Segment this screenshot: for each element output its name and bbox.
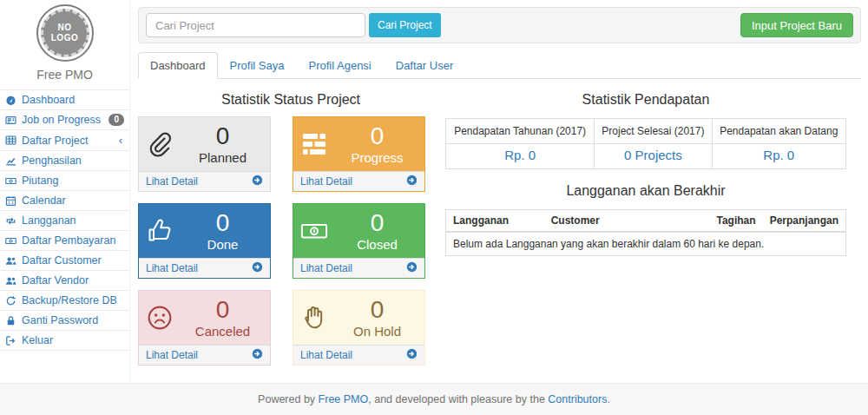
progress-label: Progress xyxy=(337,150,418,165)
money-icon xyxy=(300,217,337,245)
sidebar-item-label: Langganan xyxy=(22,214,124,227)
status-card-done: 0 Done Lihat Detail xyxy=(138,203,271,279)
canceled-count: 0 xyxy=(182,297,263,322)
sidebar-item-daftar-pembayaran[interactable]: Daftar Pembayaran xyxy=(0,231,129,251)
income-stat-value: 0 Projects xyxy=(595,144,712,169)
sidebar-item-backup-restore-db[interactable]: Backup/Restore DB xyxy=(0,291,129,311)
income-section-title: Statistik Pendapatan xyxy=(445,83,846,116)
income-stat-label: Project Selesai (2017) xyxy=(595,119,712,144)
status-card-closed: 0 Closed Lihat Detail xyxy=(293,203,425,279)
on-hold-label: On Hold xyxy=(337,324,418,339)
sidebar-item-label: Piutang xyxy=(22,175,124,187)
sidebar-item-label: Ganti Password xyxy=(22,314,124,326)
detail-label: Lihat Detail xyxy=(300,262,352,274)
brand-name: Free PMO xyxy=(0,68,129,82)
empty-subscriptions-message: Belum ada Langganan yang akan berakhir d… xyxy=(446,232,846,256)
sidebar-item-label: Dashboard xyxy=(22,94,124,106)
status-cards-grid: 0 Planned Lihat Detail 0 Progress Lihat … xyxy=(138,116,444,366)
sidebar-item-label: Daftar Customer xyxy=(22,254,124,267)
planned-detail-link[interactable]: Lihat Detail xyxy=(139,171,270,191)
tab-profil-saya[interactable]: Profil Saya xyxy=(218,52,297,79)
no-logo-badge-icon: NO LOGO xyxy=(36,4,94,62)
card-body: 0 Canceled xyxy=(139,291,270,345)
sidebar-item-piutang[interactable]: Piutang xyxy=(0,171,129,191)
search-input[interactable] xyxy=(146,13,365,37)
tab-dashboard[interactable]: Dashboard xyxy=(138,52,218,79)
status-card-canceled: 0 Canceled Lihat Detail xyxy=(138,290,271,366)
column-header-tagihan: Tagihan xyxy=(710,210,763,233)
progress-detail-link[interactable]: Lihat Detail xyxy=(293,171,424,191)
detail-label: Lihat Detail xyxy=(146,349,198,361)
income-stats-table: Pendapatan Tahunan (2017) Project Selesa… xyxy=(445,118,846,169)
sidebar-item-ganti-password[interactable]: Ganti Password xyxy=(0,311,129,331)
status-card-on-hold: 0 On Hold Lihat Detail xyxy=(293,290,425,366)
frown-icon xyxy=(146,304,182,332)
hand-icon xyxy=(300,304,337,332)
on-hold-count: 0 xyxy=(337,297,418,322)
on-hold-detail-link[interactable]: Lihat Detail xyxy=(293,345,424,365)
arrow-circle-right-icon xyxy=(406,348,418,362)
table-row: Belum ada Langganan yang akan berakhir d… xyxy=(446,232,846,256)
tab-profil-agensi[interactable]: Profil Agensi xyxy=(296,52,383,79)
tab-daftar-user[interactable]: Daftar User xyxy=(384,52,465,79)
money-icon xyxy=(5,175,17,187)
income-stat-value: Rp. 0 xyxy=(446,144,595,169)
card-body: 0 Progress xyxy=(293,117,424,171)
tasks-icon xyxy=(300,130,337,158)
sidebar-item-label: Daftar Pembayaran xyxy=(22,234,124,247)
sidebar-item-keluar[interactable]: Keluar xyxy=(0,331,129,351)
done-label: Done xyxy=(182,237,263,252)
income-stat-label: Pendapatan akan Datang xyxy=(712,119,845,144)
table-icon xyxy=(5,135,17,147)
sidebar-item-daftar-project[interactable]: Daftar Project ‹ xyxy=(0,130,129,151)
status-section: Statistik Status Project 0 Planned Lihat… xyxy=(138,83,444,366)
search-toolbar: Cari Project Input Project Baru xyxy=(138,7,861,43)
sidebar-item-calendar[interactable]: Calendar xyxy=(0,191,129,211)
sidebar-item-dashboard[interactable]: Dashboard xyxy=(0,90,129,110)
footer-text: . xyxy=(607,393,609,405)
progress-count: 0 xyxy=(337,123,418,148)
sidebar-item-daftar-vendor[interactable]: Daftar Vendor xyxy=(0,271,129,291)
arrow-circle-right-icon xyxy=(406,261,418,275)
card-body: 0 Done xyxy=(139,204,270,258)
line-chart-icon xyxy=(5,155,17,167)
column-header-perpanjangan: Perpanjangan xyxy=(763,210,846,233)
income-stat-label: Pendapatan Tahunan (2017) xyxy=(446,119,595,144)
sidebar-item-job-on-progress[interactable]: Job on Progress 0 xyxy=(0,110,129,130)
sidebar-menu: Dashboard Job on Progress 0 Daftar Proje… xyxy=(0,89,129,351)
refresh-icon xyxy=(5,294,17,306)
sidebar-item-label: Keluar xyxy=(22,334,124,346)
sidebar-item-penghasilan[interactable]: Penghasilan xyxy=(0,151,129,171)
done-detail-link[interactable]: Lihat Detail xyxy=(139,258,270,278)
income-stat-value: Rp. 0 xyxy=(712,144,845,169)
sidebar: NO LOGO Free PMO Dashboard Job on Progre… xyxy=(0,0,130,383)
closed-count: 0 xyxy=(337,210,418,235)
planned-count: 0 xyxy=(182,123,263,148)
closed-label: Closed xyxy=(337,237,418,252)
input-project-baru-button[interactable]: Input Project Baru xyxy=(740,13,853,37)
sign-out-icon xyxy=(5,334,17,346)
canceled-label: Canceled xyxy=(182,324,263,339)
calendar-icon xyxy=(5,194,17,207)
status-card-planned: 0 Planned Lihat Detail xyxy=(138,116,271,192)
chevron-left-icon: ‹ xyxy=(119,134,124,147)
lock-icon xyxy=(5,314,17,326)
column-header-customer: Customer xyxy=(544,210,710,233)
detail-label: Lihat Detail xyxy=(300,349,352,361)
done-count: 0 xyxy=(182,210,263,235)
closed-detail-link[interactable]: Lihat Detail xyxy=(293,258,424,278)
sidebar-item-daftar-customer[interactable]: Daftar Customer xyxy=(0,251,129,271)
contributors-link[interactable]: Contributors xyxy=(548,393,607,405)
search-button[interactable]: Cari Project xyxy=(369,13,441,37)
sidebar-item-label: Job on Progress xyxy=(22,114,104,126)
card-body: 0 Closed xyxy=(293,204,424,258)
retweet-icon xyxy=(5,214,17,227)
free-pmo-link[interactable]: Free PMO xyxy=(319,393,369,405)
column-header-langganan: Langganan xyxy=(446,210,544,233)
canceled-detail-link[interactable]: Lihat Detail xyxy=(139,345,270,365)
users-icon xyxy=(5,254,17,267)
card-body: 0 On Hold xyxy=(293,291,424,345)
sidebar-item-langganan[interactable]: Langganan xyxy=(0,211,129,231)
status-section-title: Statistik Status Project xyxy=(138,83,444,116)
arrow-circle-right-icon xyxy=(252,175,263,188)
